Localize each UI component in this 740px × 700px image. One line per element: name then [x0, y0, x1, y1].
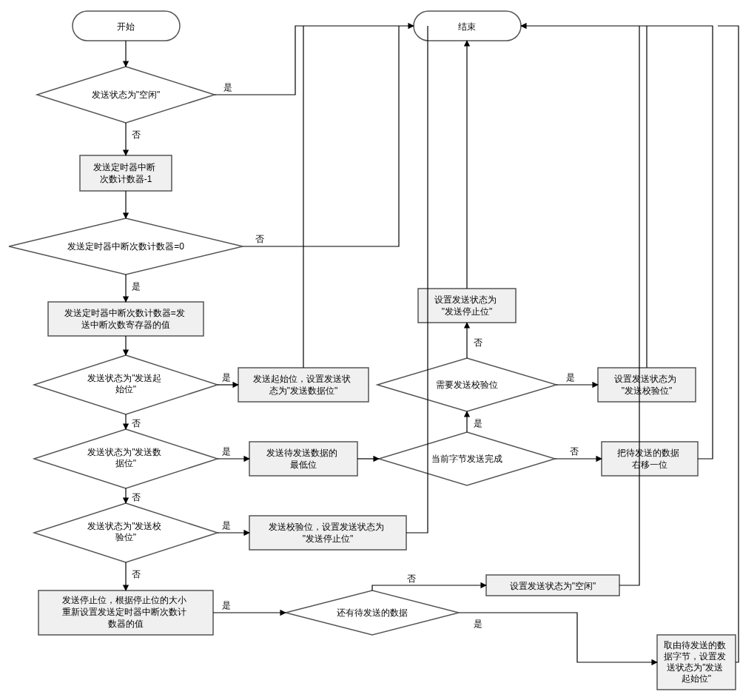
proc-send-stop-l3: 数器的值 [108, 619, 144, 629]
lbl-bytedone-yes: 是 [474, 418, 482, 428]
svg-rect-26 [249, 516, 406, 550]
lbl-needparity-yes: 是 [566, 372, 575, 383]
decision-more-data-text: 还有待发送的数据 [337, 608, 408, 618]
edge-fetch-up [718, 26, 739, 662]
edge-idle-yes-end [215, 26, 414, 95]
proc-fetch-l1: 取由待发送的数 [664, 640, 726, 650]
lbl-needparity-no: 否 [474, 337, 482, 348]
edge-moredata-yes-fetch [459, 613, 657, 662]
svg-rect-3 [80, 155, 172, 191]
svg-rect-6 [48, 302, 204, 336]
proc-fetch-l2: 据字节，设置发 [664, 651, 726, 662]
end-terminator: 结束 [414, 11, 521, 41]
lbl-bytedone-no: 否 [570, 446, 579, 457]
process-send-lowest: 发送待发送数据的 最低位 [249, 442, 357, 476]
lbl-idle-yes: 是 [223, 82, 232, 92]
edge-zero-no-up [243, 26, 399, 246]
decision-counter-zero-text: 发送定时器中断次数计数器=0 [67, 241, 184, 252]
process-send-stop-reset: 发送停止位，根据停止位的大小 重新设置发送定时器中断次数计 数器的值 [38, 590, 213, 635]
lbl-databit-no: 否 [132, 492, 141, 502]
svg-rect-17 [602, 442, 698, 476]
process-counter-reload: 发送定时器中断次数计数器=发 送中断次数寄存器的值 [48, 302, 204, 336]
decision-state-data-bit: 发送状态为"发送数 据位" [34, 429, 218, 488]
dec-data-bit-l2: 据位" [115, 458, 136, 468]
process-send-start: 发送起始位，设置发送状 态为"发送数据位" [238, 368, 369, 402]
lbl-zero-yes: 是 [132, 281, 141, 292]
process-set-idle: 设置发送状态为"空闲" [486, 575, 619, 596]
dec-data-bit-l1: 发送状态为"发送数 [87, 447, 161, 457]
proc-send-stop-l1: 发送停止位，根据停止位的大小 [62, 595, 186, 605]
process-counter-dec: 发送定时器中断 次数计数器-1 [80, 155, 172, 191]
lbl-startbit-yes: 是 [222, 372, 231, 383]
proc-send-parity-l1: 发送校验位，设置发送状态为 [269, 522, 384, 532]
proc-send-parity-l2: "发送停止位" [303, 534, 354, 544]
lbl-sendstop-yes: 是 [222, 600, 231, 610]
lbl-zero-no: 否 [255, 234, 264, 244]
process-shift-right: 把待发送的数据 右移一位 [602, 442, 698, 476]
svg-rect-22 [598, 368, 696, 402]
decision-more-data: 还有待发送的数据 [286, 590, 459, 635]
decision-state-idle-text: 发送状态为"空闲" [92, 90, 161, 100]
proc-set-parity-l1: 设置发送状态为 [614, 374, 676, 384]
dec-check-bit-l1: 发送状态为"发送校 [87, 521, 161, 531]
svg-rect-10 [238, 368, 369, 402]
process-counter-dec-l2: 次数计数器-1 [100, 174, 152, 184]
proc-set-parity-l2: "发送校验位" [622, 386, 673, 396]
decision-state-start-bit: 发送状态为"发送起 始位" [34, 355, 218, 414]
proc-set-idle-text: 设置发送状态为"空闲" [510, 581, 596, 591]
process-counter-reload-l2: 送中断次数寄存器的值 [81, 320, 170, 330]
decision-state-idle: 发送状态为"空闲" [37, 67, 215, 123]
proc-set-stop-l1: 设置发送状态为 [434, 295, 497, 305]
start-label: 开始 [117, 21, 135, 32]
flowchart-canvas: 开始 结束 发送状态为"空闲" 发送定时器中断 次数计数器-1 发送定时器中断次… [0, 0, 740, 700]
lbl-checkbit-no: 否 [132, 569, 141, 579]
proc-fetch-l3: 送状态为"发送 [667, 662, 723, 673]
proc-send-stop-l2: 重新设置发送定时器中断次数计 [62, 607, 186, 617]
dec-start-bit-l1: 发送状态为"发送起 [87, 373, 161, 383]
proc-send-start-l2: 态为"发送数据位" [269, 386, 338, 396]
end-label: 结束 [458, 21, 476, 32]
lbl-checkbit-yes: 是 [222, 520, 231, 531]
proc-shift-right-l1: 把待发送的数据 [617, 448, 679, 458]
proc-shift-right-l2: 右移一位 [632, 460, 667, 470]
proc-fetch-l4: 起始位" [682, 673, 711, 684]
decision-byte-done-text: 当前字节发送完成 [431, 454, 502, 464]
lbl-moredata-no: 否 [407, 573, 416, 584]
decision-counter-zero: 发送定时器中断次数计数器=0 [9, 218, 243, 275]
decision-need-parity: 需要发送校验位 [377, 358, 556, 411]
process-send-parity: 发送校验位，设置发送状态为 "发送停止位" [249, 516, 406, 550]
process-counter-dec-l1: 发送定时器中断 [93, 162, 155, 172]
edge-moredata-no-setidle [372, 585, 486, 590]
proc-send-lowest-l2: 最低位 [290, 460, 317, 470]
process-set-stop: 设置发送状态为 "发送停止位" [418, 289, 516, 323]
lbl-idle-no: 否 [132, 129, 141, 140]
proc-set-stop-l2: "发送停止位" [442, 306, 493, 317]
dec-start-bit-l2: 始位" [115, 384, 136, 394]
edge-setidle-up [619, 26, 639, 585]
process-fetch-next: 取由待发送的数 据字节，设置发 送状态为"发送 起始位" [657, 635, 736, 690]
process-counter-reload-l1: 发送定时器中断次数计数器=发 [64, 308, 185, 318]
decision-byte-done: 当前字节发送完成 [379, 432, 555, 485]
lbl-databit-yes: 是 [222, 446, 231, 457]
proc-send-start-l1: 发送起始位，设置发送状 [253, 374, 351, 384]
lbl-startbit-no: 否 [132, 418, 141, 428]
svg-rect-14 [249, 442, 357, 476]
process-set-parity: 设置发送状态为 "发送校验位" [598, 368, 696, 402]
decision-state-check-bit: 发送状态为"发送校 验位" [34, 503, 218, 562]
proc-send-lowest-l1: 发送待发送数据的 [266, 448, 337, 458]
dec-check-bit-l2: 验位" [115, 532, 136, 542]
lbl-moredata-yes: 是 [474, 619, 482, 629]
decision-need-parity-text: 需要发送校验位 [436, 380, 498, 390]
svg-rect-20 [418, 289, 516, 323]
start-terminator: 开始 [73, 11, 180, 41]
